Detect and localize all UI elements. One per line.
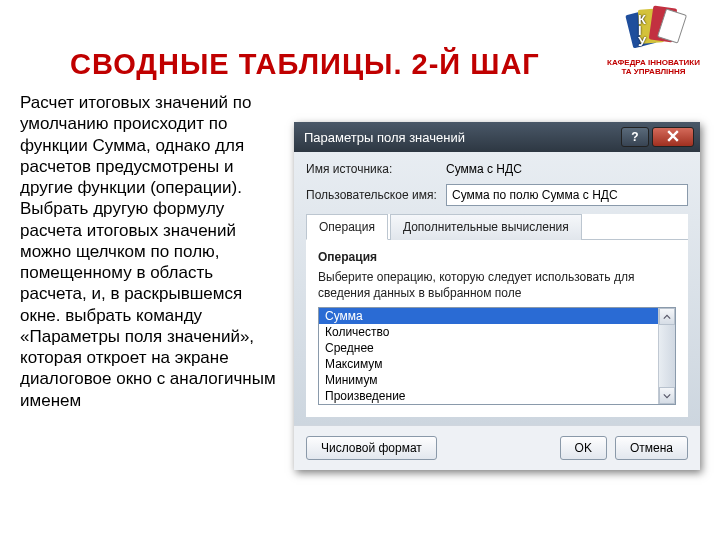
list-item[interactable]: Максимум <box>319 356 658 372</box>
operation-listbox[interactable]: Сумма Количество Среднее Максимум Миниму… <box>318 307 676 405</box>
panel-heading: Операция <box>318 250 676 264</box>
list-item[interactable]: Минимум <box>319 372 658 388</box>
list-item[interactable]: Количество <box>319 324 658 340</box>
help-button[interactable]: ? <box>621 127 649 147</box>
list-item[interactable]: Сумма <box>319 308 658 324</box>
logo-letters: К І У <box>638 14 646 47</box>
dialog-title: Параметры поля значений <box>304 130 618 145</box>
scroll-up-button[interactable] <box>659 308 675 325</box>
ok-button[interactable]: OK <box>560 436 607 460</box>
tab-additional-calc[interactable]: Дополнительные вычисления <box>390 214 582 240</box>
tab-operation[interactable]: Операция <box>306 214 388 240</box>
chevron-down-icon <box>663 389 671 403</box>
slide-title: СВОДНЫЕ ТАБЛИЦЫ. 2-Й ШАГ <box>70 48 540 81</box>
chevron-up-icon <box>663 310 671 324</box>
value-field-settings-dialog: Параметры поля значений ? Имя источника:… <box>294 122 700 470</box>
dept-logo: К І У КАФЕДРА ІННОВАТИКИ ТА УПРАВЛІННЯ <box>601 6 706 71</box>
number-format-button[interactable]: Числовой формат <box>306 436 437 460</box>
logo-caption-1: КАФЕДРА ІННОВАТИКИ <box>601 58 706 67</box>
cancel-button[interactable]: Отмена <box>615 436 688 460</box>
tab-panel-operation: Операция Выберите операцию, которую след… <box>306 240 688 417</box>
list-item[interactable]: Произведение <box>319 388 658 404</box>
custom-name-label: Пользовательское имя: <box>306 188 446 202</box>
custom-name-input[interactable] <box>446 184 688 206</box>
list-item[interactable]: Среднее <box>319 340 658 356</box>
tabs: Операция Дополнительные вычисления <box>306 214 688 240</box>
logo-caption-2: ТА УПРАВЛІННЯ <box>601 67 706 76</box>
close-button[interactable] <box>652 127 694 147</box>
dialog-titlebar[interactable]: Параметры поля значений ? <box>294 122 700 152</box>
source-name-label: Имя источника: <box>306 162 446 176</box>
panel-caption: Выберите операцию, которую следует испол… <box>318 270 676 301</box>
source-name-value: Сумма с НДС <box>446 162 522 176</box>
scroll-down-button[interactable] <box>659 387 675 404</box>
close-icon <box>667 130 679 145</box>
listbox-scrollbar[interactable] <box>658 308 675 404</box>
dialog-footer: Числовой формат OK Отмена <box>294 425 700 470</box>
slide-body-text: Расчет итоговых значений по умолчанию пр… <box>20 92 280 411</box>
